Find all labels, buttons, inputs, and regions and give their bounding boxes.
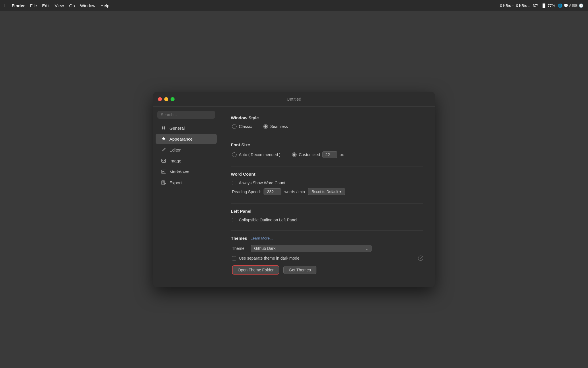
- divider-1: [231, 137, 423, 137]
- dark-mode-label: Use separate theme in dark mode: [239, 256, 299, 260]
- svg-point-0: [162, 126, 164, 128]
- help-icon[interactable]: ?: [418, 256, 423, 261]
- general-icon: [161, 125, 167, 131]
- menu-help[interactable]: Help: [100, 3, 109, 8]
- menu-edit[interactable]: Edit: [42, 3, 50, 8]
- apple-menu[interactable]: : [5, 3, 7, 9]
- sidebar-item-image[interactable]: Image: [156, 156, 217, 166]
- reset-chevron-icon: ▾: [339, 189, 341, 194]
- window-style-section: Window Style Classic Seamless: [231, 115, 423, 129]
- sidebar-item-label-general: General: [169, 126, 185, 131]
- sidebar-item-label-editor: Editor: [169, 147, 181, 152]
- theme-select[interactable]: Github Dark Default Light Default Dark S…: [251, 245, 372, 252]
- svg-point-2: [162, 128, 164, 130]
- radio-classic-circle: [232, 124, 237, 129]
- sidebar-item-export[interactable]: Export: [156, 177, 217, 188]
- window-title: Untitled: [287, 97, 301, 101]
- learn-more-link[interactable]: Learn More...: [251, 236, 273, 240]
- temperature: 37°: [533, 3, 539, 8]
- menu-go[interactable]: Go: [69, 3, 75, 8]
- sidebar-item-editor[interactable]: Editor: [156, 145, 217, 155]
- divider-3: [231, 203, 423, 204]
- window-style-title: Window Style: [231, 115, 423, 120]
- radio-customized-circle: [292, 152, 297, 157]
- theme-row: Theme Github Dark Default Light Default …: [232, 245, 423, 252]
- sidebar-item-label-export: Export: [169, 180, 182, 185]
- dark-mode-row[interactable]: Use separate theme in dark mode ?: [232, 256, 423, 261]
- maximize-button[interactable]: [171, 97, 175, 101]
- network-stats: 0 KB/s ↑ 0 KB/s ↓: [500, 3, 530, 8]
- sidebar-item-general[interactable]: General: [156, 123, 217, 133]
- left-panel-title: Left Panel: [231, 209, 423, 214]
- sidebar-item-label-markdown: Markdown: [169, 169, 189, 174]
- markdown-icon: M↓: [161, 169, 167, 175]
- menu-window[interactable]: Window: [80, 3, 95, 8]
- collapsible-outline-row[interactable]: Collapsible Outline on Left Panel: [232, 218, 423, 222]
- themes-section: Themes Learn More... Theme Github Dark D…: [231, 236, 423, 275]
- radio-auto[interactable]: Auto ( Recommended ): [232, 152, 281, 157]
- word-count-title: Word Count: [231, 172, 423, 177]
- minimize-button[interactable]: [164, 97, 168, 101]
- radio-seamless-label: Seamless: [270, 124, 288, 129]
- main-panel: Window Style Classic Seamless: [219, 107, 435, 287]
- export-icon: [161, 180, 167, 185]
- menu-file[interactable]: File: [30, 3, 37, 8]
- always-show-label: Always Show Word Count: [239, 181, 285, 185]
- divider-4: [231, 230, 423, 231]
- help-question-mark: ?: [420, 256, 422, 260]
- theme-buttons-row: Open Theme Folder Get Themes: [232, 265, 423, 275]
- app-name[interactable]: Finder: [12, 3, 25, 8]
- font-size-input[interactable]: [322, 151, 337, 158]
- dark-mode-checkbox[interactable]: [232, 256, 236, 260]
- menubar:  Finder File Edit View Go Window Help 0…: [0, 0, 588, 11]
- get-themes-label: Get Themes: [289, 268, 311, 272]
- svg-point-1: [164, 126, 165, 128]
- sidebar: General Appearance: [153, 107, 219, 287]
- font-size-title: Font Size: [231, 142, 423, 147]
- radio-classic[interactable]: Classic: [232, 124, 252, 129]
- svg-rect-8: [162, 181, 165, 185]
- close-button[interactable]: [158, 97, 162, 101]
- traffic-lights: [158, 97, 175, 101]
- always-show-checkbox[interactable]: [232, 181, 236, 185]
- always-show-word-count-row[interactable]: Always Show Word Count: [232, 181, 423, 185]
- radio-classic-label: Classic: [239, 124, 252, 129]
- menu-view[interactable]: View: [55, 3, 64, 8]
- reset-button-label: Reset to Default: [312, 189, 338, 194]
- word-count-section: Word Count Always Show Word Count Readin…: [231, 172, 423, 195]
- sidebar-item-label-image: Image: [169, 158, 181, 163]
- sidebar-item-appearance[interactable]: Appearance: [156, 134, 217, 144]
- reset-to-default-button[interactable]: Reset to Default ▾: [308, 188, 345, 195]
- themes-title: Themes: [231, 236, 247, 241]
- font-size-section: Font Size Auto ( Recommended ) Customize…: [231, 142, 423, 158]
- open-theme-folder-label: Open Theme Folder: [238, 268, 274, 272]
- settings-window: Untitled Gene: [153, 92, 435, 287]
- radio-customized[interactable]: Customized: [292, 152, 320, 157]
- svg-text:M↓: M↓: [162, 170, 165, 173]
- words-min-label: words / min: [284, 189, 305, 194]
- sidebar-item-markdown[interactable]: M↓ Markdown: [156, 166, 217, 177]
- customized-row: Customized px: [292, 151, 344, 158]
- radio-customized-label: Customized: [299, 152, 320, 157]
- get-themes-button[interactable]: Get Themes: [283, 266, 316, 274]
- reading-speed-row: Reading Speed: words / min Reset to Defa…: [232, 188, 423, 195]
- themes-header: Themes Learn More...: [231, 236, 423, 241]
- collapsible-outline-checkbox[interactable]: [232, 218, 236, 222]
- open-theme-folder-button[interactable]: Open Theme Folder: [232, 265, 279, 275]
- search-input[interactable]: [157, 111, 215, 119]
- battery-indicator: ▐▌ 77%: [541, 3, 555, 8]
- font-size-options: Auto ( Recommended ) Customized px: [232, 151, 423, 158]
- radio-seamless[interactable]: Seamless: [263, 124, 288, 129]
- divider-2: [231, 166, 423, 166]
- editor-icon: [161, 147, 167, 153]
- reading-speed-input[interactable]: [264, 188, 281, 195]
- svg-rect-4: [162, 159, 166, 162]
- left-panel-section: Left Panel Collapsible Outline on Left P…: [231, 209, 423, 222]
- radio-auto-circle: [232, 152, 237, 157]
- image-icon: [161, 158, 167, 164]
- svg-point-3: [164, 128, 165, 130]
- appearance-icon: [161, 136, 167, 142]
- radio-auto-label: Auto ( Recommended ): [239, 152, 281, 157]
- sidebar-item-label-appearance: Appearance: [169, 137, 193, 141]
- collapsible-outline-label: Collapsible Outline on Left Panel: [239, 218, 297, 222]
